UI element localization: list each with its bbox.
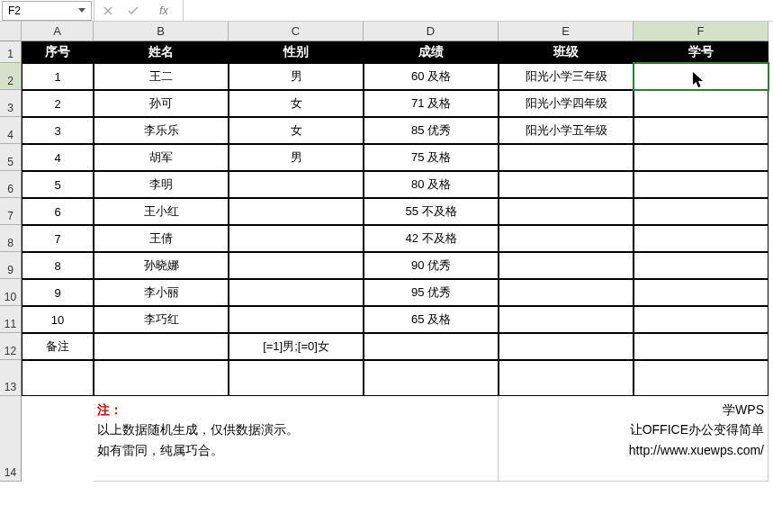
table-row[interactable]: [634, 90, 769, 117]
select-all-corner[interactable]: [0, 22, 22, 41]
table-row[interactable]: 女: [229, 117, 364, 144]
column-header-B[interactable]: B: [94, 22, 229, 41]
table-row[interactable]: 王小红: [94, 198, 229, 225]
row-header-3[interactable]: 3: [0, 90, 22, 117]
table-row[interactable]: 男: [229, 63, 364, 90]
note-block[interactable]: 注：以上数据随机生成，仅供数据演示。如有雷同，纯属巧合。: [94, 396, 499, 482]
table-row[interactable]: 71 及格: [364, 90, 499, 117]
table-row[interactable]: 1: [22, 63, 94, 90]
chevron-down-icon[interactable]: [78, 8, 85, 13]
table-row[interactable]: [634, 198, 769, 225]
table-row[interactable]: [634, 117, 769, 144]
table-row[interactable]: 孙可: [94, 90, 229, 117]
table-row[interactable]: [229, 198, 364, 225]
table-row[interactable]: 5: [22, 171, 94, 198]
column-header-A[interactable]: A: [22, 22, 94, 41]
remark-formula[interactable]: [=1]男;[=0]女: [229, 333, 364, 360]
row-header-6[interactable]: 6: [0, 171, 22, 198]
table-row[interactable]: 55 不及格: [364, 198, 499, 225]
row-header-2[interactable]: 2: [0, 63, 22, 90]
table-row[interactable]: [229, 279, 364, 306]
name-box[interactable]: F2: [2, 1, 92, 21]
table-row[interactable]: [22, 360, 94, 396]
spreadsheet-grid[interactable]: 序号姓名性别成绩班级学号1王二男60 及格阳光小学三年级2孙可女71 及格阳光小…: [22, 41, 769, 482]
column-header-D[interactable]: D: [364, 22, 499, 41]
table-row[interactable]: 胡军: [94, 144, 229, 171]
table-row[interactable]: [634, 63, 769, 90]
table-row[interactable]: 75 及格: [364, 144, 499, 171]
column-header-E[interactable]: E: [499, 22, 634, 41]
confirm-icon[interactable]: [127, 5, 139, 17]
table-row[interactable]: 6: [22, 198, 94, 225]
row-header-13[interactable]: 13: [0, 360, 22, 396]
row-header-1[interactable]: 1: [0, 41, 22, 63]
row-header-4[interactable]: 4: [0, 117, 22, 144]
table-row[interactable]: [229, 225, 364, 252]
row-header-14[interactable]: 14: [0, 396, 22, 482]
table-row[interactable]: 10: [22, 306, 94, 333]
table-row[interactable]: 3: [22, 117, 94, 144]
table-row[interactable]: [229, 360, 364, 396]
row-header-5[interactable]: 5: [0, 144, 22, 171]
table-row[interactable]: 阳光小学四年级: [499, 90, 634, 117]
table-row[interactable]: [499, 171, 634, 198]
table-row[interactable]: 女: [229, 90, 364, 117]
table-row[interactable]: [499, 306, 634, 333]
table-row[interactable]: [634, 225, 769, 252]
table-row[interactable]: 李巧红: [94, 306, 229, 333]
table-row[interactable]: 王倩: [94, 225, 229, 252]
table-header-cell[interactable]: 成绩: [364, 41, 499, 63]
table-header-cell[interactable]: 性别: [229, 41, 364, 63]
table-row[interactable]: 李乐乐: [94, 117, 229, 144]
table-row[interactable]: 王二: [94, 63, 229, 90]
fx-icon[interactable]: fx: [152, 4, 175, 17]
row-header-7[interactable]: 7: [0, 198, 22, 225]
table-row[interactable]: 7: [22, 225, 94, 252]
table-header-cell[interactable]: 班级: [499, 41, 634, 63]
table-row[interactable]: 阳光小学五年级: [499, 117, 634, 144]
row-header-10[interactable]: 10: [0, 279, 22, 306]
table-row[interactable]: [499, 144, 634, 171]
table-row[interactable]: [634, 360, 769, 396]
row-header-9[interactable]: 9: [0, 252, 22, 279]
table-row[interactable]: 60 及格: [364, 63, 499, 90]
table-row[interactable]: 阳光小学三年级: [499, 63, 634, 90]
table-header-cell[interactable]: 序号: [22, 41, 94, 63]
table-row[interactable]: [499, 333, 634, 360]
table-row[interactable]: 85 优秀: [364, 117, 499, 144]
table-row[interactable]: [634, 144, 769, 171]
table-row[interactable]: 2: [22, 90, 94, 117]
table-row[interactable]: [499, 252, 634, 279]
table-row[interactable]: [94, 360, 229, 396]
table-row[interactable]: [634, 171, 769, 198]
table-row[interactable]: [499, 279, 634, 306]
table-row[interactable]: 80 及格: [364, 171, 499, 198]
table-row[interactable]: [364, 333, 499, 360]
table-row[interactable]: 42 不及格: [364, 225, 499, 252]
table-row[interactable]: [634, 306, 769, 333]
column-header-F[interactable]: F: [634, 22, 769, 41]
table-row[interactable]: 9: [22, 279, 94, 306]
table-row[interactable]: [229, 306, 364, 333]
table-row[interactable]: [229, 171, 364, 198]
credits-block[interactable]: 学WPS让OFFICE办公变得简单http://www.xuewps.com/: [499, 396, 769, 482]
table-row[interactable]: [634, 252, 769, 279]
column-header-C[interactable]: C: [229, 22, 364, 41]
table-row[interactable]: [229, 252, 364, 279]
table-row[interactable]: 65 及格: [364, 306, 499, 333]
formula-input[interactable]: [184, 0, 773, 21]
table-row[interactable]: 李明: [94, 171, 229, 198]
table-row[interactable]: 男: [229, 144, 364, 171]
table-row[interactable]: [499, 225, 634, 252]
row-header-8[interactable]: 8: [0, 225, 22, 252]
row-header-12[interactable]: 12: [0, 333, 22, 360]
table-row[interactable]: [634, 279, 769, 306]
table-row[interactable]: 95 优秀: [364, 279, 499, 306]
table-row[interactable]: [499, 360, 634, 396]
table-row[interactable]: [499, 198, 634, 225]
table-header-cell[interactable]: 学号: [634, 41, 769, 63]
table-row[interactable]: [94, 333, 229, 360]
table-row[interactable]: 李小丽: [94, 279, 229, 306]
table-row[interactable]: 孙晓娜: [94, 252, 229, 279]
table-row[interactable]: [634, 333, 769, 360]
